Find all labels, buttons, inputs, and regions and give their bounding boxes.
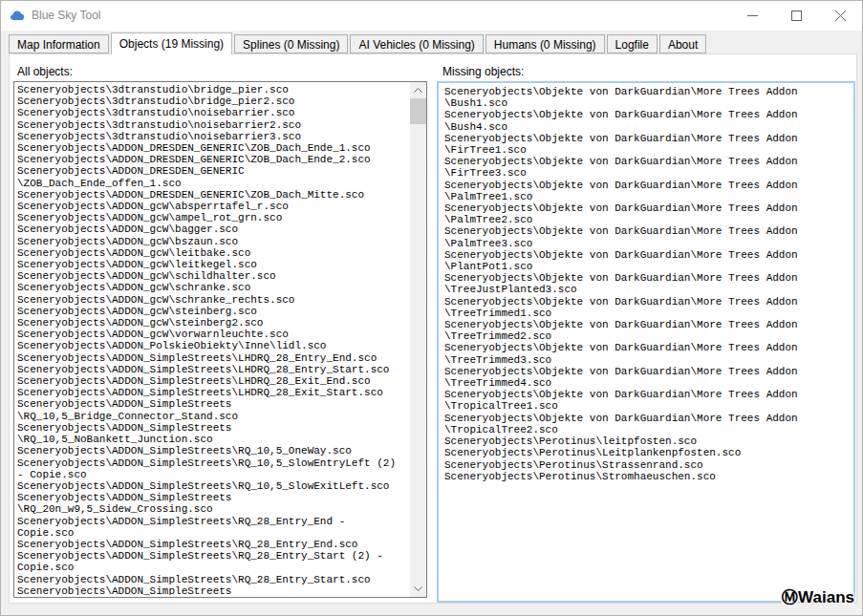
object-path-line[interactable]: \ZOB_Dach_Ende_offen_1.sco: [17, 178, 406, 189]
maximize-icon: [791, 11, 802, 21]
object-path-line[interactable]: Sceneryobjects\ADDON_gcW\bagger.sco: [17, 223, 406, 235]
object-path-line[interactable]: Sceneryobjects\ADDON_DRESDEN_GENERIC\ZOB…: [17, 189, 406, 201]
object-path-line[interactable]: - Copie.sco: [17, 469, 406, 480]
object-path-line[interactable]: Sceneryobjects\ADDON_SimpleStreets: [17, 585, 406, 595]
object-path-line[interactable]: Sceneryobjects\ADDON_gcW\schildhalter.sc…: [17, 270, 406, 282]
missing-path-line: Sceneryobjects\Perotinus\Strassenrand.sc…: [444, 459, 848, 471]
object-path-line[interactable]: Sceneryobjects\ADDON_gcW\bszaun.sco: [17, 236, 406, 247]
object-path-line[interactable]: Sceneryobjects\ADDON_gcW\ampel_rot_grn.s…: [17, 212, 406, 223]
missing-path-line: \PalmTree1.sco: [444, 191, 848, 202]
object-path-line[interactable]: Sceneryobjects\ADDON_SimpleStreets\RQ_10…: [17, 445, 406, 457]
object-path-line[interactable]: Sceneryobjects\ADDON_gcW\leitbake.sco: [17, 247, 406, 259]
missing-path-line: \FirTree3.sco: [444, 167, 848, 179]
object-path-line[interactable]: Sceneryobjects\ADDON_SimpleStreets\RQ_28…: [17, 516, 406, 527]
tab-strip: Map Information Objects (19 Missing) Spl…: [9, 32, 708, 54]
object-path-line[interactable]: Sceneryobjects\ADDON_gcW\steinberg2.sco: [17, 317, 406, 329]
object-path-line[interactable]: Sceneryobjects\ADDON_gcW\steinberg.sco: [17, 306, 406, 317]
missing-path-line: Sceneryobjects\Objekte von DarkGuardian\…: [444, 86, 848, 97]
object-path-line[interactable]: Sceneryobjects\3dtranstudio\noisebarrier…: [17, 119, 406, 131]
missing-path-line: Sceneryobjects\Perotinus\leitpfosten.sco: [444, 435, 848, 447]
missing-objects-textbox[interactable]: Sceneryobjects\Objekte von DarkGuardian\…: [437, 81, 855, 603]
object-path-line[interactable]: Sceneryobjects\ADDON_SimpleStreets\RQ_10…: [17, 457, 406, 469]
chevron-up-icon: [414, 88, 422, 93]
object-path-line[interactable]: Sceneryobjects\ADDON_gcW\schranke_rechts…: [17, 294, 406, 306]
object-path-line[interactable]: Copie.sco: [17, 562, 406, 573]
missing-path-line: Sceneryobjects\Objekte von DarkGuardian\…: [444, 249, 848, 261]
missing-path-line: Sceneryobjects\Objekte von DarkGuardian\…: [444, 296, 848, 308]
missing-path-line: \TropicalTree1.sco: [444, 400, 848, 412]
all-objects-lines: Sceneryobjects\3dtranstudio\bridge_pier.…: [17, 84, 406, 595]
missing-path-line: \PalmTree2.sco: [444, 214, 848, 225]
object-path-line[interactable]: Sceneryobjects\3dtranstudio\noisebarrier…: [17, 131, 406, 142]
missing-path-line: Sceneryobjects\Objekte von DarkGuardian\…: [444, 366, 848, 377]
missing-path-line: \TreeJustPlanted3.sco: [444, 284, 848, 295]
scrollbar-thumb[interactable]: [410, 98, 426, 124]
object-path-line[interactable]: Sceneryobjects\ADDON_gcW\absperrtafel_r.…: [17, 201, 406, 212]
object-path-line[interactable]: Sceneryobjects\ADDON_SimpleStreets\LHDRQ…: [17, 364, 406, 375]
vertical-scrollbar[interactable]: [410, 82, 426, 597]
tab-about[interactable]: About: [659, 34, 706, 53]
missing-path-line: Sceneryobjects\Objekte von DarkGuardian\…: [444, 319, 848, 330]
object-path-line[interactable]: \RQ_10,5_Bridge_Connector_Stand.sco: [17, 411, 406, 422]
object-path-line[interactable]: \RQ_20n_w9,5_Sidew_Crossing.sco: [17, 503, 406, 515]
tab-map-information[interactable]: Map Information: [9, 34, 109, 53]
missing-path-line: Sceneryobjects\Objekte von DarkGuardian\…: [444, 389, 848, 400]
missing-path-line: \TreeTrimmed2.sco: [444, 330, 848, 342]
scroll-down-button[interactable]: [410, 581, 426, 597]
object-path-line[interactable]: Sceneryobjects\ADDON_DRESDEN_GENERIC\ZOB…: [17, 154, 406, 165]
missing-path-line: \PlantPot1.sco: [444, 261, 848, 272]
missing-path-line: \TreeTrimmed1.sco: [444, 308, 848, 319]
object-path-line[interactable]: Sceneryobjects\ADDON_DRESDEN_GENERIC\ZOB…: [17, 142, 406, 154]
missing-path-line: \FirTree1.sco: [444, 144, 848, 156]
watermark: ⓂWaians: [782, 586, 854, 608]
title-bar[interactable]: Blue Sky Tool: [1, 1, 862, 31]
object-path-line[interactable]: Sceneryobjects\3dtranstudio\bridge_pier.…: [17, 84, 406, 96]
window-title: Blue Sky Tool: [32, 9, 101, 22]
missing-path-line: \Bush1.sco: [444, 97, 848, 109]
object-path-line[interactable]: Sceneryobjects\ADDON_SimpleStreets: [17, 398, 406, 410]
object-path-line[interactable]: Sceneryobjects\ADDON_SimpleStreets\RQ_28…: [17, 574, 406, 585]
close-icon: [835, 11, 846, 21]
app-window: Blue Sky Tool Map Information Objects (1…: [0, 0, 863, 616]
object-path-line[interactable]: Sceneryobjects\ADDON_PolskieObiekty\Inne…: [17, 340, 406, 351]
minimize-button[interactable]: [730, 1, 774, 30]
object-path-line[interactable]: Sceneryobjects\ADDON_gcW\schranke.sco: [17, 282, 406, 293]
cloud-app-icon: [10, 10, 25, 21]
missing-path-line: Sceneryobjects\Perotinus\Stromhaeuschen.…: [444, 471, 848, 482]
chevron-down-icon: [414, 586, 422, 591]
object-path-line[interactable]: Sceneryobjects\ADDON_gcW\vorwarnleuchte.…: [17, 329, 406, 340]
object-path-line[interactable]: Sceneryobjects\3dtranstudio\noisebarrier…: [17, 107, 406, 118]
missing-path-line: Sceneryobjects\Objekte von DarkGuardian\…: [444, 180, 848, 191]
object-path-line[interactable]: Copie.sco: [17, 527, 406, 539]
missing-path-line: \Bush4.sco: [444, 121, 848, 133]
missing-path-line: Sceneryobjects\Objekte von DarkGuardian\…: [444, 342, 848, 353]
object-path-line[interactable]: Sceneryobjects\3dtranstudio\bridge_pier2…: [17, 96, 406, 107]
object-path-line[interactable]: Sceneryobjects\ADDON_SimpleStreets\RQ_28…: [17, 539, 406, 550]
object-path-line[interactable]: Sceneryobjects\ADDON_SimpleStreets\RQ_10…: [17, 480, 406, 492]
missing-path-line: \PalmTree3.sco: [444, 238, 848, 249]
all-objects-listbox[interactable]: Sceneryobjects\3dtranstudio\bridge_pier.…: [13, 81, 427, 598]
object-path-line[interactable]: Sceneryobjects\ADDON_SimpleStreets: [17, 492, 406, 503]
object-path-line[interactable]: Sceneryobjects\ADDON_DRESDEN_GENERIC: [17, 165, 406, 177]
missing-path-line: \TropicalTree2.sco: [444, 424, 848, 435]
tab-humans[interactable]: Humans (0 Missing): [485, 34, 605, 53]
tab-ai-vehicles[interactable]: AI Vehicles (0 Missing): [350, 34, 483, 53]
maximize-button[interactable]: [774, 1, 818, 30]
close-button[interactable]: [818, 1, 862, 30]
minimize-icon: [747, 11, 758, 21]
missing-objects-label: Missing objects:: [442, 65, 524, 78]
object-path-line[interactable]: Sceneryobjects\ADDON_SimpleStreets\RQ_28…: [17, 550, 406, 562]
scroll-up-button[interactable]: [410, 82, 426, 98]
object-path-line[interactable]: Sceneryobjects\ADDON_SimpleStreets\LHDRQ…: [17, 352, 406, 364]
missing-path-line: Sceneryobjects\Objekte von DarkGuardian\…: [444, 272, 848, 284]
object-path-line[interactable]: Sceneryobjects\ADDON_SimpleStreets\LHDRQ…: [17, 387, 406, 398]
object-path-line[interactable]: Sceneryobjects\ADDON_gcW\leitkegel.sco: [17, 259, 406, 270]
all-objects-label: All objects:: [17, 65, 73, 78]
object-path-line[interactable]: Sceneryobjects\ADDON_SimpleStreets\LHDRQ…: [17, 375, 406, 387]
object-path-line[interactable]: Sceneryobjects\ADDON_SimpleStreets: [17, 422, 406, 434]
tab-logfile[interactable]: Logfile: [607, 34, 658, 53]
missing-path-line: \TreeTrimmed3.sco: [444, 354, 848, 366]
tab-splines[interactable]: Splines (0 Missing): [234, 34, 348, 53]
tab-objects[interactable]: Objects (19 Missing): [111, 32, 232, 54]
object-path-line[interactable]: \RQ_10,5_NoBankett_Junction.sco: [17, 434, 406, 445]
